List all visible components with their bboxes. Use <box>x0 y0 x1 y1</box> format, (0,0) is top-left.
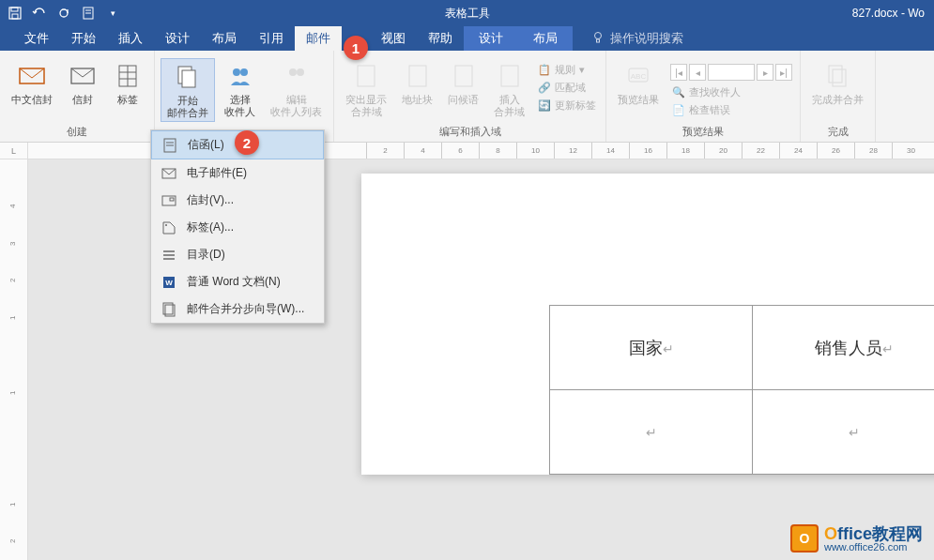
record-nav: |◂ ◂ ▸ ▸| <box>668 62 794 83</box>
update-label: 更新标签 <box>555 98 596 113</box>
vertical-ruler[interactable]: 4321112 <box>0 159 28 560</box>
tab-insert[interactable]: 插入 <box>107 26 154 51</box>
para-mark-icon: ↵ <box>663 341 674 356</box>
select-recipients-button[interactable]: 选择 收件人 <box>219 58 261 120</box>
highlight-fields-button: 突出显示 合并域 <box>340 58 392 120</box>
table-row[interactable]: 国家↵ 销售人员↵ <box>550 306 935 390</box>
document-page[interactable]: 国家↵ 销售人员↵ ↵ ↵ <box>361 174 934 475</box>
match-icon: 🔗 <box>538 82 551 94</box>
svg-point-17 <box>233 68 240 76</box>
preview-label: 预览结果 <box>618 94 659 106</box>
svg-rect-22 <box>409 66 426 86</box>
svg-point-3 <box>60 9 68 17</box>
find-label: 查找收件人 <box>689 85 741 99</box>
svg-text:W: W <box>165 279 173 287</box>
email-icon <box>161 166 177 181</box>
select-recipients-label: 选择 收件人 <box>224 94 255 118</box>
cn-envelope-button[interactable]: 中文信封 <box>6 58 58 108</box>
document-name: 827.docx - Wo <box>852 7 925 20</box>
record-number-input <box>708 64 755 81</box>
menu-wizard-label: 邮件合并分步向导(W)... <box>187 301 304 317</box>
ribbon-group-preview: ABC预览结果 |◂ ◂ ▸ ▸| 🔍查找收件人 📄检查错误 预览结果 <box>606 51 801 142</box>
tab-view[interactable]: 视图 <box>370 26 417 51</box>
tab-file[interactable]: 文件 <box>13 26 60 51</box>
rules-button: 📋规则 ▾ <box>534 62 600 78</box>
update-button: 🔄更新标签 <box>534 98 600 114</box>
watermark-title: Office教程网 <box>824 525 923 542</box>
letter-icon <box>161 138 178 153</box>
ruler-corner[interactable]: L <box>0 143 28 159</box>
table-row[interactable]: ↵ ↵ <box>550 390 935 475</box>
svg-point-18 <box>240 68 248 76</box>
svg-rect-34 <box>170 198 174 201</box>
para-mark-icon: ↵ <box>882 341 894 356</box>
wizard-icon <box>161 302 177 317</box>
table-cell[interactable]: 销售人员↵ <box>753 306 935 390</box>
badge-2: 2 <box>235 130 259 155</box>
insert-field-button: 插入 合并域 <box>488 58 530 120</box>
undo-icon[interactable] <box>32 6 47 21</box>
ribbon-group-write: 突出显示 合并域 地址块 问候语 插入 合并域 📋规则 ▾ 🔗匹配域 🔄更新标签… <box>334 51 606 142</box>
rules-label: 规则 <box>555 63 575 77</box>
check-icon: 📄 <box>672 104 685 116</box>
greeting-button: 问候语 <box>442 58 484 108</box>
tab-mailings[interactable]: 邮件 <box>295 26 342 51</box>
svg-point-20 <box>297 68 304 76</box>
watermark-url: www.office26.com <box>824 542 923 552</box>
group-label-write: 编写和插入域 <box>439 122 501 142</box>
label-menu-icon <box>161 220 177 235</box>
svg-rect-16 <box>182 70 195 87</box>
document-table[interactable]: 国家↵ 销售人员↵ ↵ ↵ <box>549 305 934 475</box>
menu-directory[interactable]: 目录(D) <box>151 241 324 268</box>
menu-labels[interactable]: 标签(A)... <box>151 214 324 241</box>
svg-point-19 <box>289 68 297 76</box>
edit-list-label: 编辑 收件人列表 <box>270 94 322 118</box>
tab-table-design[interactable]: 设计 <box>464 26 518 51</box>
cn-envelope-label: 中文信封 <box>11 94 53 106</box>
table-cell[interactable]: ↵ <box>550 390 753 475</box>
svg-rect-27 <box>829 66 842 83</box>
svg-rect-24 <box>501 66 518 86</box>
doc-icon[interactable] <box>81 6 96 21</box>
menu-letters-label: 信函(L) <box>188 137 224 153</box>
context-tab-title: 表格工具 <box>445 6 490 22</box>
ribbon-group-finish: 完成并合并 完成 <box>801 51 876 142</box>
menu-email[interactable]: 电子邮件(E) <box>151 159 324 187</box>
tab-help[interactable]: 帮助 <box>417 26 464 51</box>
ribbon: 中文信封 信封 标签 创建 开始 邮件合并 选择 收件人 编辑 收件人列表 开始… <box>0 51 934 143</box>
envelope-label: 信封 <box>72 94 93 106</box>
labels-button[interactable]: 标签 <box>107 58 148 108</box>
menu-normal-doc[interactable]: W普通 Word 文档(N) <box>151 268 324 295</box>
cell-text: 销售人员 <box>815 339 882 357</box>
tab-home[interactable]: 开始 <box>60 26 107 51</box>
tell-me-search[interactable]: 操作说明搜索 <box>591 30 683 47</box>
highlight-label: 突出显示 合并域 <box>345 94 387 118</box>
preview-button: ABC预览结果 <box>612 58 665 108</box>
menu-wizard[interactable]: 邮件合并分步向导(W)... <box>151 295 324 323</box>
watermark: O Office教程网 www.office26.com <box>790 524 923 552</box>
tab-design[interactable]: 设计 <box>154 26 201 51</box>
tab-table-layout[interactable]: 布局 <box>518 26 573 51</box>
save-icon[interactable] <box>8 6 23 21</box>
table-cell[interactable]: ↵ <box>753 390 935 475</box>
update-icon: 🔄 <box>538 99 551 112</box>
tab-layout[interactable]: 布局 <box>201 26 248 51</box>
start-merge-button[interactable]: 开始 邮件合并 <box>161 58 215 122</box>
address-label: 地址块 <box>402 94 433 106</box>
redo-icon[interactable] <box>56 6 71 21</box>
group-label-finish: 完成 <box>828 122 849 142</box>
first-record-button: |◂ <box>670 64 687 81</box>
envelope-button[interactable]: 信封 <box>62 58 103 108</box>
cell-text: 国家 <box>629 339 663 357</box>
match-button: 🔗匹配域 <box>534 80 600 96</box>
menu-envelopes-label: 信封(V)... <box>187 192 234 208</box>
para-mark-icon: ↵ <box>849 425 860 440</box>
table-cell[interactable]: 国家↵ <box>550 306 753 390</box>
check-label: 检查错误 <box>689 103 730 117</box>
check-errors-button: 📄检查错误 <box>668 102 794 118</box>
qat-customize-icon[interactable]: ▾ <box>105 6 120 21</box>
menu-envelopes[interactable]: 信封(V)... <box>151 187 324 214</box>
tab-references[interactable]: 引用 <box>248 26 295 51</box>
word-doc-icon: W <box>161 275 177 290</box>
search-icon: 🔍 <box>672 86 685 98</box>
